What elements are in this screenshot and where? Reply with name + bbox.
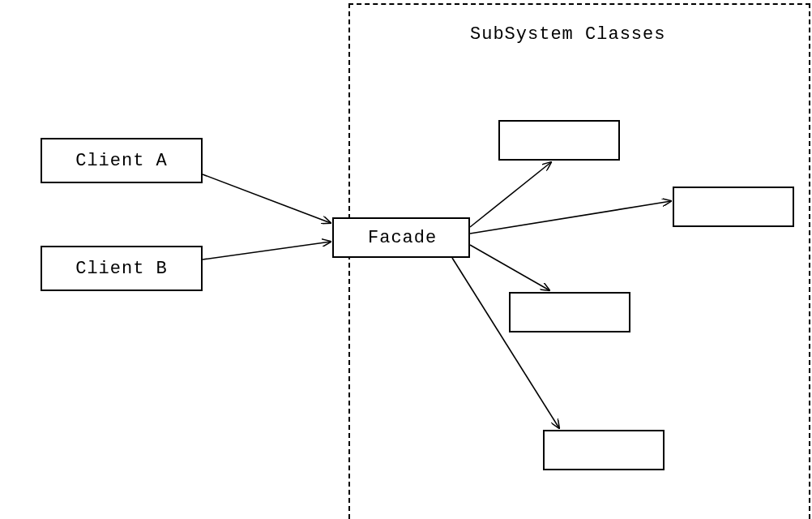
subsystem-box-3 [509, 292, 630, 332]
client-b-label: Client B [75, 259, 168, 279]
client-a-label: Client A [75, 151, 168, 171]
facade-label: Facade [368, 228, 437, 248]
facade-diagram: SubSystem Classes Client A Client B Faca… [0, 0, 812, 519]
subsystem-box-4 [543, 430, 665, 470]
subsystem-box-2 [673, 187, 794, 227]
arrow-client-b-facade [203, 242, 331, 260]
client-b-box: Client B [41, 246, 203, 291]
subsystem-box-1 [498, 120, 620, 161]
arrow-client-a-facade [203, 174, 331, 223]
client-a-box: Client A [41, 138, 203, 183]
subsystem-title: SubSystem Classes [470, 24, 665, 45]
facade-box: Facade [332, 217, 470, 258]
